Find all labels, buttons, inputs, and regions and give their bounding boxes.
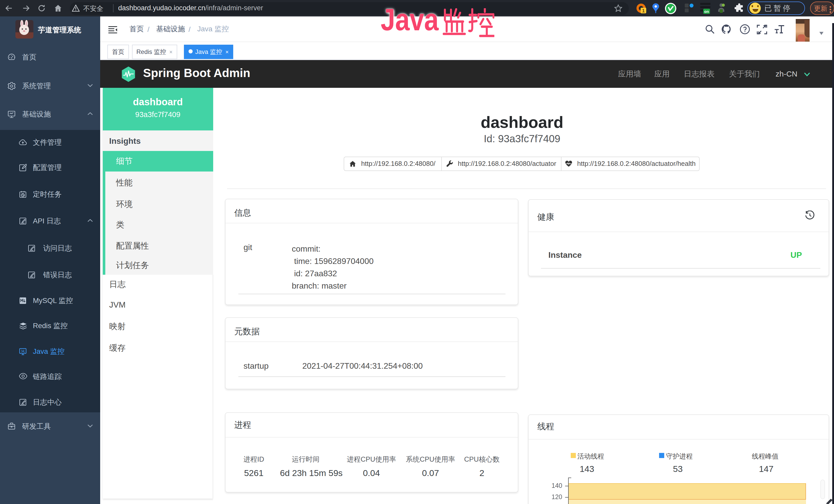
svg-text:1: 1 bbox=[642, 8, 645, 13]
svg-text:on: on bbox=[704, 9, 709, 14]
